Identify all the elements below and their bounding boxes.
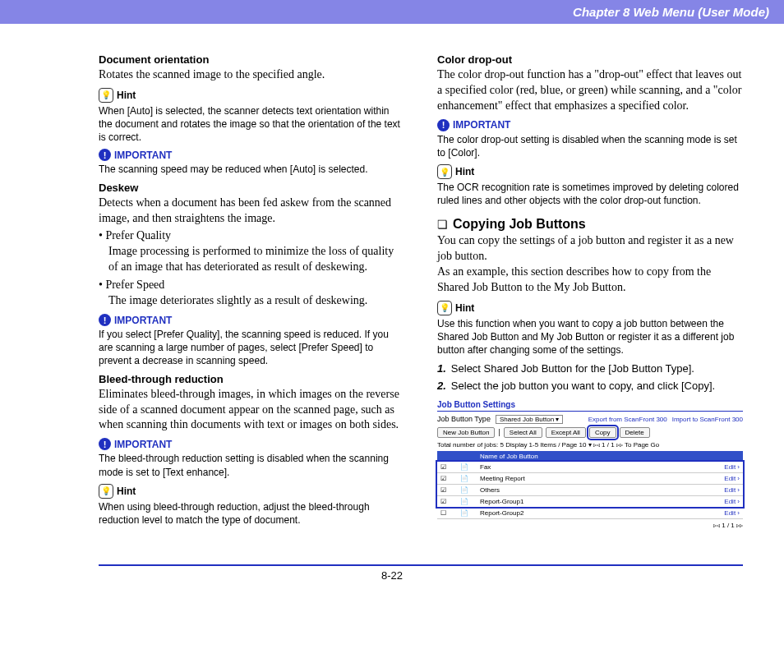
important-body: The bleed-through reduction setting is d… — [99, 452, 404, 478]
hint-body: The OCR recognition rate is sometimes im… — [437, 181, 743, 207]
important-label: IMPORTANT — [114, 150, 172, 161]
col-icon — [457, 451, 477, 462]
body-text: Eliminates bleed-through images, in whic… — [99, 387, 404, 434]
important-label: IMPORTANT — [114, 315, 172, 326]
hint-icon: 💡 — [437, 301, 452, 315]
body-text: You can copy the settings of a job butto… — [437, 233, 743, 296]
step-number: 2. — [437, 380, 446, 392]
table-row[interactable]: ☑📄FaxEdit › — [437, 462, 743, 473]
section-bullet-icon: ❏ — [437, 218, 448, 231]
bullet-body: The image deteriorates slightly as a res… — [108, 293, 404, 309]
step-2: 2. Select the job button you want to cop… — [437, 380, 743, 392]
heading-bleed-through: Bleed-through reduction — [99, 373, 404, 385]
chapter-header: Chapter 8 Web Menu (User Mode) — [0, 0, 784, 24]
hint-label: Hint — [117, 486, 136, 497]
heading-color-dropout: Color drop-out — [437, 53, 743, 66]
divider: | — [498, 428, 500, 436]
footer-rule — [99, 564, 743, 566]
edit-link[interactable]: Edit › — [710, 484, 743, 495]
page-number: 8-22 — [0, 569, 784, 582]
hint-label: Hint — [117, 90, 136, 101]
edit-link[interactable]: Edit › — [710, 462, 743, 473]
hint-icon: 💡 — [99, 88, 113, 103]
shot-pager[interactable]: ▹◃ 1 / 1 ▹▹ — [437, 522, 743, 529]
table-row[interactable]: ☐📄Report-Group2Edit › — [437, 507, 743, 518]
hint-body: When using bleed-through reduction, adju… — [99, 500, 404, 527]
important-body: If you select [Prefer Quality], the scan… — [99, 328, 404, 368]
shot-delete-button[interactable]: Delete — [620, 427, 650, 438]
hint-icon: 💡 — [99, 484, 113, 499]
important-icon: ! — [99, 149, 111, 161]
step-text: Select Shared Job Button for the [Job Bu… — [451, 362, 694, 375]
table-row[interactable]: ☑📄Report-Group1Edit › — [437, 495, 743, 507]
body-text: Rotates the scanned image to the specifi… — [99, 67, 404, 83]
shot-meta: Total number of jobs: 5 Display 1-5 Item… — [437, 441, 743, 449]
shot-export-link[interactable]: Export from ScanFront 300 — [588, 416, 667, 423]
section-title-copying-job-buttons: Copying Job Buttons — [453, 217, 586, 232]
col-name: Name of Job Button — [477, 451, 710, 462]
edit-link[interactable]: Edit › — [710, 495, 743, 507]
edit-link[interactable]: Edit › — [710, 507, 743, 518]
table-row[interactable]: ☑📄Meeting ReportEdit › — [437, 472, 743, 484]
shot-import-link[interactable]: Import to ScanFront 300 — [672, 416, 743, 423]
col-edit — [710, 451, 743, 462]
heading-document-orientation: Document orientation — [99, 53, 404, 66]
hint-body: Use this function when you want to copy … — [437, 317, 743, 357]
heading-deskew: Deskew — [99, 182, 404, 194]
col-check — [437, 451, 457, 462]
important-body: The color drop-out setting is disabled w… — [437, 133, 743, 159]
shot-title: Job Button Settings — [437, 400, 743, 412]
hint-label: Hint — [455, 166, 474, 177]
shot-table: Name of Job Button ☑📄FaxEdit › ☑📄Meeting… — [437, 451, 743, 519]
job-button-settings-screenshot: Job Button Settings Job Button Type Shar… — [437, 400, 743, 529]
shot-new-job-button[interactable]: New Job Button — [437, 427, 495, 438]
hint-body: When [Auto] is selected, the scanner det… — [99, 104, 404, 145]
hint-label: Hint — [455, 302, 474, 314]
body-text: Detects when a document has been fed ask… — [99, 196, 404, 227]
table-row[interactable]: ☑📄OthersEdit › — [437, 484, 743, 495]
bullet: • Prefer Quality — [99, 229, 404, 242]
important-label: IMPORTANT — [453, 119, 510, 131]
important-icon: ! — [99, 314, 111, 326]
shot-type-label: Job Button Type — [437, 415, 491, 423]
hint-icon: 💡 — [437, 164, 452, 179]
shot-copy-button[interactable]: Copy — [589, 427, 616, 438]
body-text: The color drop-out function has a "drop-… — [437, 67, 743, 114]
important-icon: ! — [99, 438, 111, 450]
shot-except-all-button[interactable]: Except All — [546, 427, 586, 438]
step-text: Select the job button you want to copy, … — [451, 380, 715, 392]
important-body: The scanning speed may be reduced when [… — [99, 163, 404, 176]
bullet-body: Image processing is performed to minimiz… — [108, 244, 404, 275]
edit-link[interactable]: Edit › — [710, 472, 743, 484]
bullet: • Prefer Speed — [99, 278, 404, 292]
important-label: IMPORTANT — [114, 439, 172, 450]
shot-type-select[interactable]: Shared Job Button ▾ — [496, 415, 564, 424]
important-icon: ! — [437, 119, 450, 131]
left-column: Document orientation Rotates the scanned… — [99, 48, 404, 532]
right-column: Color drop-out The color drop-out functi… — [437, 48, 743, 532]
shot-select-all-button[interactable]: Select All — [504, 427, 542, 438]
step-number: 1. — [437, 362, 446, 375]
step-1: 1. Select Shared Job Button for the [Job… — [437, 362, 743, 375]
